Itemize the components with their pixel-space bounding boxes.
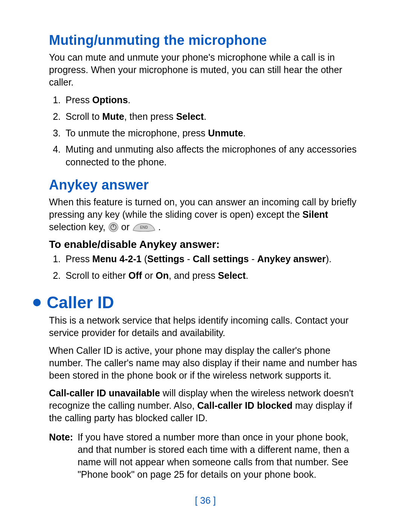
- text: , then press: [124, 111, 176, 122]
- note-text: If you have stored a number more than on…: [78, 431, 362, 481]
- text: Scroll to: [66, 111, 102, 122]
- text: .: [128, 95, 130, 105]
- text: (: [141, 254, 147, 264]
- svg-text:END: END: [140, 225, 148, 229]
- muting-intro: You can mute and unmute your phone's mic…: [49, 51, 362, 89]
- text: or: [142, 270, 156, 281]
- bold: Select: [218, 270, 246, 281]
- text: .: [204, 111, 207, 122]
- section-title-text: Caller ID: [47, 293, 114, 312]
- muting-step-2: Scroll to Mute, then press Select.: [63, 110, 362, 123]
- bullet-icon: [33, 299, 41, 306]
- manual-page: Muting/unmuting the microphone You can m…: [0, 0, 407, 521]
- anykey-step-2: Scroll to either Off or On, and press Se…: [63, 269, 362, 282]
- heading-anykey: Anykey answer: [49, 177, 362, 193]
- text: ).: [326, 254, 332, 264]
- end-key-icon: END: [132, 222, 156, 232]
- muting-step-1: Press Options.: [63, 94, 362, 107]
- bold: Menu 4-2-1: [92, 254, 142, 264]
- subheading-anykey-enable: To enable/disable Anykey answer:: [49, 238, 362, 251]
- power-icon: [108, 222, 119, 232]
- text: selection key,: [49, 222, 108, 232]
- text: .: [246, 270, 248, 281]
- anykey-intro: When this feature is turned on, you can …: [49, 196, 362, 233]
- text: or: [121, 222, 132, 232]
- bold: Off: [129, 270, 142, 281]
- note-block: Note: If you have stored a number more t…: [49, 431, 362, 481]
- bold: Options: [92, 95, 128, 105]
- bold: Silent: [303, 209, 328, 220]
- text: Press: [66, 95, 92, 105]
- muting-steps: Press Options. Scroll to Mute, then pres…: [49, 94, 362, 169]
- callerid-p2: When Caller ID is active, your phone may…: [49, 344, 362, 382]
- heading-muting: Muting/unmuting the microphone: [49, 32, 362, 48]
- text: , and press: [169, 270, 218, 281]
- bold: Select: [176, 111, 204, 122]
- muting-step-3: To unmute the microphone, press Unmute.: [63, 127, 362, 140]
- bold: Settings: [147, 254, 185, 264]
- anykey-step-1: Press Menu 4-2-1 (Settings - Call settin…: [63, 253, 362, 266]
- text: .: [243, 128, 246, 138]
- text: Press: [66, 254, 92, 264]
- text: Scroll to either: [66, 270, 129, 281]
- bold: Call-caller ID blocked: [197, 400, 292, 411]
- text: -: [184, 254, 193, 264]
- muting-step-4: Muting and unmuting also affects the mic…: [63, 143, 362, 169]
- text: To unmute the microphone, press: [66, 128, 208, 138]
- bold: Call-caller ID unavailable: [49, 388, 160, 398]
- bold: Mute: [102, 111, 124, 122]
- callerid-p3: Call-caller ID unavailable will display …: [49, 387, 362, 424]
- bold: On: [156, 270, 169, 281]
- bold: Call settings: [193, 254, 249, 264]
- text: -: [249, 254, 257, 264]
- bold: Unmute: [208, 128, 243, 138]
- anykey-steps: Press Menu 4-2-1 (Settings - Call settin…: [49, 253, 362, 282]
- text: .: [158, 222, 161, 232]
- callerid-p1: This is a network service that helps ide…: [49, 314, 362, 339]
- note-label: Note:: [49, 431, 73, 481]
- bold: Anykey answer: [257, 254, 326, 264]
- page-number: [ 36 ]: [49, 495, 362, 506]
- section-caller-id: Caller ID: [33, 293, 346, 312]
